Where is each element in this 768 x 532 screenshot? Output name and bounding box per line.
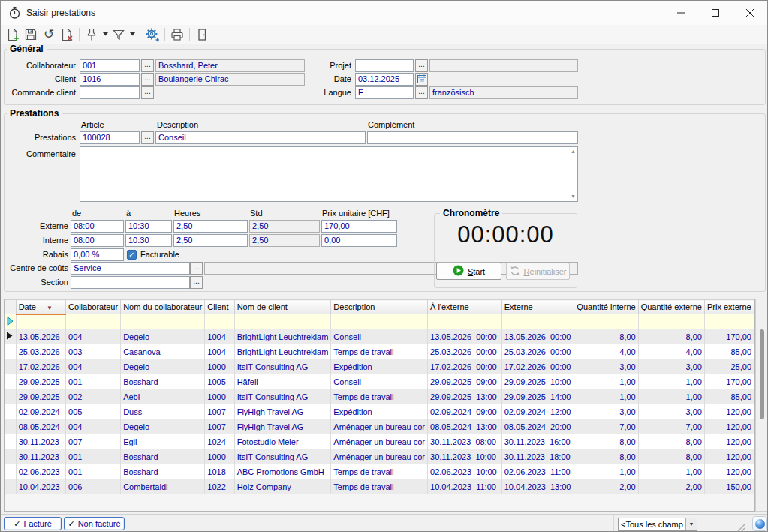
- collaborateur-input[interactable]: 001: [80, 59, 140, 72]
- column-header-quantite-interne[interactable]: Quantité interne: [574, 300, 638, 314]
- column-header-nom-du-collaborateur[interactable]: Nom du collaborateur: [121, 300, 205, 314]
- cell-quantite-externe[interactable]: 1,00: [638, 389, 704, 404]
- pin-dropdown-icon[interactable]: [101, 26, 110, 43]
- cell-externe[interactable]: 25.03.2026 00:00: [501, 344, 574, 359]
- section-input[interactable]: [71, 276, 190, 289]
- cell-quantite-interne[interactable]: 2,00: [574, 479, 638, 494]
- cell-nom-de-client[interactable]: BrightLight Leuchtreklam: [234, 344, 331, 359]
- cell-date[interactable]: 17.02.2026: [16, 359, 65, 374]
- column-header-externe[interactable]: Externe: [501, 300, 574, 314]
- externe-de-input[interactable]: 08:00: [71, 220, 124, 233]
- resize-grip[interactable]: [735, 521, 746, 532]
- cell-quantite-interne[interactable]: 8,00: [574, 329, 638, 344]
- article-input[interactable]: 100028: [80, 131, 140, 144]
- filter-cell-externe[interactable]: [501, 314, 574, 329]
- column-header-client[interactable]: Client: [205, 300, 234, 314]
- cell-client[interactable]: 1000: [205, 359, 234, 374]
- cell-prix-externe[interactable]: 170,00: [704, 329, 754, 344]
- cell-prix-externe[interactable]: 85,00: [704, 389, 754, 404]
- table-row[interactable]: 17.02.2026004Degelo1000ItsIT Consulting …: [5, 359, 754, 374]
- cell-client[interactable]: 1007: [205, 419, 234, 434]
- cell-nom-de-client[interactable]: ItsIT Consulting AG: [234, 449, 331, 464]
- langue-browse-button[interactable]: ...: [415, 86, 428, 99]
- filter-cell-date[interactable]: [16, 314, 65, 329]
- cell-quantite-externe[interactable]: 1,00: [638, 374, 704, 389]
- cell-description[interactable]: Expédition: [331, 404, 428, 419]
- cell-description[interactable]: Temps de travail: [331, 389, 428, 404]
- table-row[interactable]: 30.11.2023001Bosshard1000ItsIT Consultin…: [5, 449, 754, 464]
- cell-prix-externe[interactable]: 25,00: [704, 359, 754, 374]
- description-input[interactable]: Conseil: [155, 131, 366, 144]
- cell-client[interactable]: 1000: [205, 389, 234, 404]
- row-selector[interactable]: [5, 344, 17, 359]
- cell-nom-de-client[interactable]: Fotostudio Meier: [234, 434, 331, 449]
- cell-externe[interactable]: 29.09.2025 10:00: [501, 374, 574, 389]
- projet-input[interactable]: [355, 59, 414, 72]
- cell-a-l-externe[interactable]: 13.05.2026 00:00: [428, 329, 502, 344]
- filter-cell-prix-externe[interactable]: [704, 314, 754, 329]
- cell-date[interactable]: 13.05.2026: [16, 329, 65, 344]
- cell-quantite-interne[interactable]: 3,00: [574, 359, 638, 374]
- cell-nom-de-client[interactable]: BrightLight Leuchtreklam: [234, 329, 331, 344]
- cell-nom-de-client[interactable]: FlyHigh Travel AG: [234, 419, 331, 434]
- table-row[interactable]: 10.04.2023006Combertaldi1022Holz Company…: [5, 479, 754, 494]
- cell-nom-du-collaborateur[interactable]: Duss: [121, 404, 205, 419]
- cell-date[interactable]: 02.09.2024: [16, 404, 65, 419]
- cell-client[interactable]: 1007: [205, 404, 234, 419]
- cell-quantite-externe[interactable]: 1,00: [638, 464, 704, 479]
- cell-nom-du-collaborateur[interactable]: Degelo: [121, 419, 205, 434]
- search-button[interactable]: [752, 516, 767, 531]
- complement-input[interactable]: [367, 131, 578, 144]
- cell-client[interactable]: 1005: [205, 374, 234, 389]
- cell-externe[interactable]: 30.11.2023 18:00: [501, 449, 574, 464]
- cell-nom-de-client[interactable]: Häfeli: [234, 374, 331, 389]
- column-header-a-l-externe[interactable]: À l'externe: [428, 300, 502, 314]
- cell-quantite-interne[interactable]: 3,00: [574, 404, 638, 419]
- cell-collaborateur[interactable]: 001: [66, 449, 121, 464]
- cell-description[interactable]: Aménager un bureau cor: [331, 434, 428, 449]
- cell-quantite-externe[interactable]: 2,00: [638, 479, 704, 494]
- cell-quantite-externe[interactable]: 3,00: [638, 404, 704, 419]
- interne-prix-input[interactable]: 0,00: [321, 234, 397, 247]
- scroll-down-icon[interactable]: ▼: [571, 194, 576, 200]
- date-picker-button[interactable]: [415, 73, 428, 86]
- cell-collaborateur[interactable]: 004: [66, 359, 121, 374]
- client-browse-button[interactable]: ...: [141, 73, 154, 86]
- cell-quantite-externe[interactable]: 8,00: [638, 434, 704, 449]
- cell-a-l-externe[interactable]: 08.05.2024 13:00: [428, 419, 502, 434]
- cell-quantite-externe[interactable]: 7,00: [638, 419, 704, 434]
- filter-cell-nom-de-client[interactable]: [234, 314, 331, 329]
- cell-nom-de-client[interactable]: FlyHigh Travel AG: [234, 404, 331, 419]
- interne-de-input[interactable]: 08:00: [71, 234, 124, 247]
- cell-prix-externe[interactable]: 120,00: [704, 449, 754, 464]
- filter-button[interactable]: [110, 26, 128, 43]
- save-button[interactable]: [22, 26, 40, 43]
- cell-nom-de-client[interactable]: ItsIT Consulting AG: [234, 359, 331, 374]
- cell-quantite-externe[interactable]: 4,00: [638, 344, 704, 359]
- section-browse-button[interactable]: ...: [190, 276, 203, 289]
- cell-collaborateur[interactable]: 002: [66, 389, 121, 404]
- cell-nom-de-client[interactable]: ABC Promotions GmbH: [234, 464, 331, 479]
- cell-prix-externe[interactable]: 120,00: [704, 419, 754, 434]
- cell-date[interactable]: 30.11.2023: [16, 434, 65, 449]
- row-selector[interactable]: [5, 359, 17, 374]
- exit-button[interactable]: [193, 26, 211, 43]
- cell-prix-externe[interactable]: 85,00: [704, 344, 754, 359]
- cell-externe[interactable]: 17.02.2026 00:00: [501, 359, 574, 374]
- cell-client[interactable]: 1018: [205, 464, 234, 479]
- row-selector[interactable]: [5, 374, 17, 389]
- delete-document-button[interactable]: [58, 26, 76, 43]
- non-facture-toggle-button[interactable]: ✓ Non facturé: [64, 517, 125, 530]
- cell-prix-externe[interactable]: 120,00: [704, 434, 754, 449]
- row-selector[interactable]: [5, 419, 17, 434]
- cell-quantite-interne[interactable]: 1,00: [574, 464, 638, 479]
- cell-nom-du-collaborateur[interactable]: Degelo: [121, 329, 205, 344]
- new-document-button[interactable]: [4, 26, 22, 43]
- table-row[interactable]: 02.09.2024005Duss1007FlyHigh Travel AGEx…: [5, 404, 754, 419]
- cell-a-l-externe[interactable]: 30.11.2023 08:00: [428, 434, 502, 449]
- cell-description[interactable]: Aménager un bureau cor: [331, 449, 428, 464]
- cell-quantite-interne[interactable]: 7,00: [574, 419, 638, 434]
- cell-a-l-externe[interactable]: 02.06.2023 10:00: [428, 464, 502, 479]
- grid-scrollbar[interactable]: [755, 299, 768, 512]
- row-selector[interactable]: [5, 434, 17, 449]
